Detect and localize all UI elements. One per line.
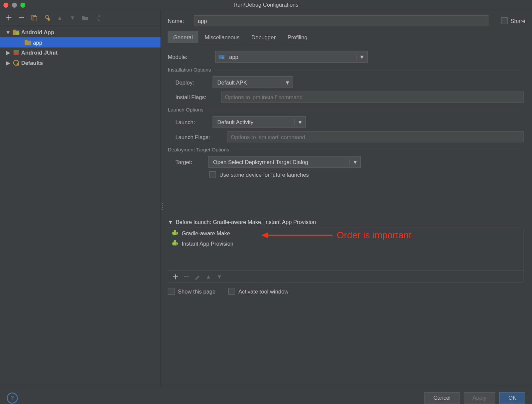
config-tree[interactable]: ▼Android Appapp▶Android JUnit▶Defaults (0, 25, 161, 386)
run-debug-config-dialog: Run/Debug Configurations ▲ ▼ ↓az ▼Androi… (0, 0, 532, 404)
before-launch-item[interactable]: Instant App Provision (168, 238, 523, 249)
install-flags-label: Install Flags: (175, 94, 216, 100)
tree-row-android-app[interactable]: ▼Android App (0, 27, 161, 38)
svg-rect-14 (222, 57, 224, 59)
target-value: Open Select Deployment Target Dialog (209, 159, 349, 165)
move-up-button: ▲ (55, 13, 65, 22)
twisty-down-icon: ▼ (168, 219, 173, 225)
twisty-icon: ▶ (5, 60, 11, 66)
module-label: Module: (168, 54, 210, 60)
svg-rect-10 (14, 50, 19, 53)
tab-bar: GeneralMiscellaneousDebuggerProfiling (168, 31, 525, 43)
folder-button (80, 13, 90, 22)
sort-az-button: ↓az (93, 13, 102, 22)
install-flags-input[interactable] (221, 92, 524, 102)
share-checkbox[interactable] (501, 17, 508, 24)
launch-value: Default Activity (213, 119, 295, 125)
move-down-button: ▼ (68, 13, 77, 22)
target-label: Target: (175, 159, 203, 165)
titlebar: Run/Debug Configurations (0, 0, 532, 10)
bl-edit-button (193, 272, 202, 281)
junit-icon (13, 49, 19, 56)
show-page-checkbox[interactable] (168, 288, 174, 295)
android-icon (172, 240, 178, 247)
apply-button: Apply (464, 392, 495, 404)
sidebar-toolbar: ▲ ▼ ↓az (0, 10, 161, 26)
before-launch-list[interactable]: Gradle-aware MakeInstant App Provision O… (168, 228, 523, 283)
remove-config-button[interactable] (17, 13, 26, 22)
tree-row-defaults[interactable]: ▶Defaults (0, 58, 161, 68)
before-launch-item-label: Instant App Provision (182, 240, 233, 247)
svg-rect-7 (25, 40, 28, 42)
name-input[interactable] (194, 15, 488, 26)
tab-debugger[interactable]: Debugger (246, 31, 281, 43)
config-sidebar: ▲ ▼ ↓az ▼Android Appapp▶Android JUnit▶De… (0, 10, 161, 386)
tree-row-app[interactable]: app (0, 37, 161, 48)
deploy-label: Deploy: (175, 79, 207, 86)
before-launch-toolbar: ▲ ▼ (168, 271, 523, 283)
tab-miscellaneous[interactable]: Miscellaneous (199, 31, 245, 43)
before-launch-header[interactable]: ▼ Before launch: Gradle-aware Make, Inst… (168, 219, 523, 225)
cancel-button[interactable]: Cancel (425, 392, 460, 404)
launch-label: Launch: (175, 119, 207, 125)
svg-rect-17 (172, 232, 173, 234)
svg-rect-22 (177, 243, 178, 245)
launch-flags-label: Launch Flags: (175, 134, 222, 140)
chevron-down-icon: ▼ (349, 159, 360, 165)
tree-item-label: Defaults (21, 60, 43, 66)
show-page-label: Show this page (178, 288, 215, 295)
bl-remove-button (182, 272, 191, 281)
dialog-button-bar: ? Cancel Apply OK (0, 386, 532, 404)
activate-tool-label: Activate tool window (238, 288, 288, 295)
target-select[interactable]: Open Select Deployment Target Dialog ▼ (208, 156, 361, 168)
config-editor: Name: Share GeneralMiscellaneousDebugger… (161, 10, 532, 386)
android-app-folder-icon (13, 29, 19, 36)
same-device-checkbox[interactable] (209, 171, 216, 178)
wrench-gear-icon (13, 59, 19, 66)
tree-item-label: app (33, 39, 42, 46)
svg-point-5 (16, 31, 19, 35)
deploy-value: Default APK (213, 79, 282, 86)
help-button[interactable]: ? (7, 392, 18, 403)
svg-rect-4 (13, 30, 16, 31)
copy-config-button[interactable] (30, 13, 39, 22)
bl-up-button: ▲ (204, 272, 213, 281)
module-select[interactable]: app ▼ (215, 51, 368, 63)
module-value: app (225, 54, 356, 60)
svg-point-20 (174, 240, 176, 243)
ok-button[interactable]: OK (499, 392, 525, 404)
android-icon (172, 230, 178, 236)
tree-row-android-junit[interactable]: ▶Android JUnit (0, 48, 161, 58)
svg-rect-1 (33, 16, 37, 21)
add-config-button[interactable] (4, 13, 14, 22)
tab-general[interactable]: General (168, 31, 198, 43)
twisty-icon: ▼ (5, 29, 11, 35)
launch-select[interactable]: Default Activity ▼ (212, 116, 306, 128)
deploy-select[interactable]: Default APK ▼ (212, 76, 293, 88)
general-panel: Module: app ▼ Installation Options Deplo… (168, 48, 525, 386)
bl-down-button: ▼ (215, 272, 224, 281)
activate-tool-checkbox[interactable] (228, 288, 235, 295)
bl-add-button[interactable] (171, 272, 180, 281)
svg-rect-18 (177, 232, 178, 234)
svg-rect-8 (28, 42, 30, 44)
module-icon (218, 54, 225, 60)
install-section-label: Installation Options (168, 67, 211, 73)
svg-rect-19 (173, 242, 177, 245)
launch-flags-input[interactable] (227, 131, 524, 142)
chevron-down-icon: ▼ (294, 119, 305, 125)
deploy-target-section-label: Deployment Target Options (168, 147, 229, 153)
before-launch-item[interactable]: Gradle-aware Make (168, 228, 523, 238)
tab-profiling[interactable]: Profiling (282, 31, 313, 43)
chevron-down-icon: ▼ (356, 54, 367, 60)
svg-point-12 (17, 63, 19, 66)
launch-section-label: Launch Options (168, 107, 203, 113)
edit-templates-button[interactable] (42, 13, 52, 22)
app-icon (25, 39, 31, 46)
dialog-title: Run/Debug Configurations (0, 2, 532, 8)
svg-point-2 (48, 18, 50, 21)
share-label: Share (510, 18, 525, 24)
before-launch-item-label: Gradle-aware Make (182, 230, 230, 236)
tree-item-label: Android App (21, 29, 55, 35)
splitter-handle[interactable] (161, 198, 164, 215)
